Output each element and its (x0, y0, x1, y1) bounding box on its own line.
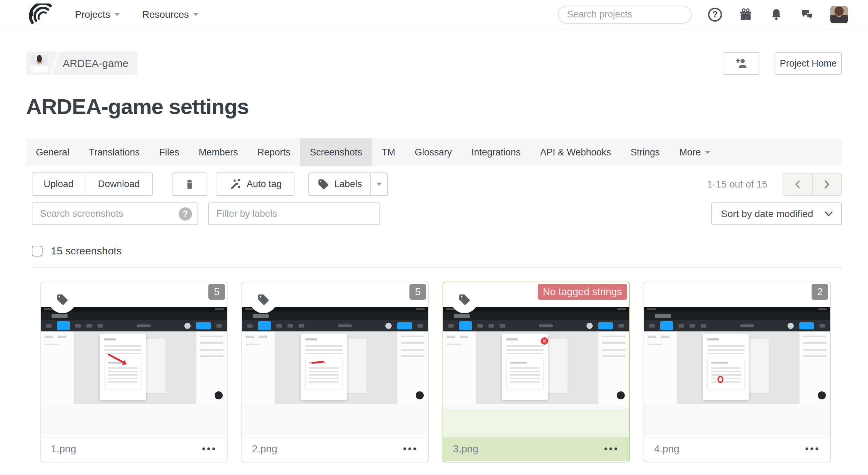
card-header: 5 (242, 282, 428, 307)
thumb-app-toolbar (41, 320, 227, 331)
labels-dropdown-button[interactable] (370, 173, 388, 196)
tab-files[interactable]: Files (149, 138, 189, 166)
tab-label: TM (382, 147, 395, 158)
tab-reports[interactable]: Reports (248, 138, 300, 166)
card-menu-button[interactable]: ••• (604, 444, 619, 454)
main-nav: Projects Resources (75, 9, 199, 20)
pagination-range: 1-15 out of 15 (707, 179, 767, 190)
download-button[interactable]: Download (85, 173, 153, 196)
nav-projects[interactable]: Projects (75, 9, 120, 20)
page-title: ARDEA-game settings (26, 94, 842, 119)
tab-screenshots[interactable]: Screenshots (300, 138, 372, 166)
chevron-down-icon (705, 151, 710, 154)
thumb-browser-tabs (41, 312, 227, 320)
thumb-left-panel (644, 331, 677, 404)
global-search (558, 6, 692, 24)
add-user-icon (734, 56, 748, 70)
card-header: 2 (644, 282, 830, 307)
screenshot-card[interactable]: 5 (40, 282, 228, 462)
card-menu-button[interactable]: ••• (805, 444, 820, 454)
breadcrumb-project-name: ARDEA-game (56, 58, 137, 69)
labels-button[interactable]: Labels (308, 173, 371, 196)
gift-icon[interactable] (738, 7, 753, 22)
tab-api-webhooks[interactable]: API & Webhooks (530, 138, 621, 166)
select-all-checkbox[interactable] (32, 246, 43, 256)
auto-tag-button[interactable]: Auto tag (216, 173, 294, 196)
search-help-icon[interactable]: ? (179, 207, 192, 221)
card-menu-button[interactable]: ••• (202, 444, 217, 454)
tab-label: Members (199, 147, 238, 158)
prev-page-button[interactable] (783, 173, 813, 196)
screenshot-thumbnail[interactable] (242, 307, 428, 409)
tab-translations[interactable]: Translations (79, 138, 149, 166)
thumb-left-panel (242, 331, 275, 404)
tab-members[interactable]: Members (189, 138, 248, 166)
tab-more[interactable]: More (670, 138, 721, 166)
tab-integrations[interactable]: Integrations (462, 138, 530, 166)
messages-icon[interactable] (800, 7, 814, 22)
chevron-down-icon (193, 13, 199, 16)
card-body (443, 409, 629, 437)
breadcrumb[interactable]: ARDEA-game (26, 52, 137, 75)
screenshot-card[interactable]: 5 (241, 282, 429, 462)
thumb-app-toolbar (644, 320, 830, 331)
nav-resources[interactable]: Resources (142, 9, 199, 20)
tab-general[interactable]: General (26, 138, 79, 166)
thumb-browser-tabs (443, 312, 629, 320)
thumb-canvas (677, 331, 799, 404)
screenshot-thumbnail[interactable] (443, 307, 629, 409)
project-owner-avatar (31, 55, 48, 72)
screenshot-filename: 4.png (654, 443, 679, 455)
filter-labels-input[interactable] (216, 208, 374, 219)
nav-projects-label: Projects (75, 9, 110, 20)
sort-select[interactable]: Sort by date modified (711, 202, 842, 225)
project-home-button[interactable]: Project Home (775, 52, 842, 75)
user-avatar[interactable] (830, 6, 848, 23)
status-badge: 5 (409, 284, 426, 300)
search-screenshots-field: ? (32, 202, 198, 225)
card-header: No tagged strings (443, 282, 629, 307)
next-page-button[interactable] (812, 173, 842, 196)
card-footer: 2.png ••• (242, 437, 428, 461)
search-input[interactable] (567, 9, 690, 20)
thumb-fab (416, 391, 424, 399)
tab-label: Glossary (415, 147, 452, 158)
thumb-canvas (476, 331, 598, 404)
tag-icon (317, 178, 329, 190)
tab-glossary[interactable]: Glossary (405, 138, 462, 166)
tab-strings[interactable]: Strings (621, 138, 670, 166)
delete-button[interactable] (172, 173, 207, 196)
help-icon[interactable]: ? (708, 7, 722, 22)
screenshot-card[interactable]: 2 (644, 282, 831, 462)
thumb-fab (215, 391, 223, 399)
screenshot-filename: 3.png (453, 443, 478, 455)
notifications-icon[interactable] (769, 7, 784, 22)
chevron-down-icon (824, 211, 833, 217)
upload-button[interactable]: Upload (32, 173, 85, 196)
status-badge: 5 (208, 284, 225, 300)
card-menu-button[interactable]: ••• (403, 444, 418, 454)
tabs-bar: GeneralTranslationsFilesMembersReportsSc… (26, 138, 842, 166)
thumb-app-toolbar (443, 320, 629, 331)
status-badge: 2 (812, 284, 828, 300)
screenshot-card[interactable]: No tagged strings (443, 282, 630, 462)
trash-icon (183, 178, 196, 191)
screenshot-thumbnail[interactable] (41, 307, 227, 409)
tab-label: Integrations (471, 147, 521, 158)
labels-label: Labels (334, 179, 362, 190)
tab-label: More (679, 147, 701, 158)
status-badge: No tagged strings (538, 284, 627, 300)
card-footer: 4.png ••• (644, 437, 830, 461)
tab-label: Screenshots (310, 147, 362, 158)
tab-tm[interactable]: TM (372, 138, 405, 166)
thumb-status-bar (644, 307, 830, 312)
invite-user-button[interactable] (723, 52, 759, 75)
screenshot-thumbnail[interactable] (644, 307, 830, 409)
thumb-dialog (100, 334, 146, 400)
search-screenshots-input[interactable] (40, 208, 179, 219)
app-logo-icon[interactable] (26, 3, 60, 26)
magic-wand-icon (229, 178, 242, 191)
chevron-left-icon (793, 179, 802, 189)
thumb-left-panel (443, 331, 476, 404)
card-body (41, 409, 227, 437)
